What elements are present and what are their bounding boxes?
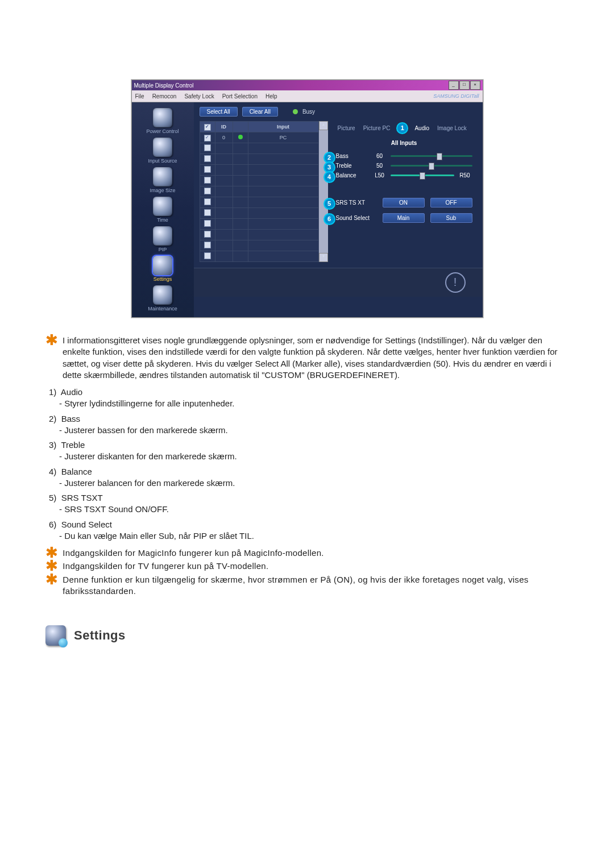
close-icon[interactable]: × <box>470 81 480 90</box>
list-item-desc: - Styrer lydindstillingerne for alle inp… <box>59 398 569 409</box>
sidebar-item-power-control[interactable]: Power Control <box>136 108 190 134</box>
alert-icon: ! <box>445 272 466 293</box>
checkbox-icon[interactable] <box>204 188 211 194</box>
titlebar: Multiple Display Control _ □ × <box>132 80 483 90</box>
status-bar: ! <box>194 268 483 297</box>
bass-label: Bass <box>336 153 369 159</box>
sidebar-item-image-size[interactable]: Image Size <box>136 167 190 193</box>
balance-label: Balance <box>336 172 369 178</box>
treble-slider[interactable] <box>391 165 472 167</box>
menu-file[interactable]: File <box>135 93 144 99</box>
document-body: ✱ I informationsgitteret vises nogle gru… <box>45 335 569 646</box>
minimize-icon[interactable]: _ <box>449 81 459 90</box>
cell-id <box>215 154 233 165</box>
checkbox-icon[interactable] <box>204 198 211 205</box>
menu-help[interactable]: Help <box>265 93 277 99</box>
srs-on-button[interactable]: ON <box>383 198 425 207</box>
tab-picture[interactable]: Picture <box>336 124 357 132</box>
sound-main-button[interactable]: Main <box>383 213 425 223</box>
sidebar-item-settings[interactable]: Settings <box>136 256 190 282</box>
table-row[interactable] <box>200 165 318 176</box>
checkbox-icon[interactable] <box>204 166 211 173</box>
bass-row: 2 Bass 60 <box>336 153 472 159</box>
tab-picture-pc[interactable]: Picture PC <box>362 124 392 132</box>
balance-right: R50 <box>458 172 472 178</box>
table-row[interactable] <box>200 219 318 230</box>
intro-paragraph: I informationsgitteret vises nogle grund… <box>63 335 569 381</box>
checkbox-icon[interactable] <box>204 135 211 142</box>
cell-id <box>215 176 233 186</box>
scroll-down-icon[interactable]: ▾ <box>319 253 328 262</box>
table-row[interactable] <box>200 143 318 154</box>
busy-label: Busy <box>302 109 315 115</box>
sidebar-item-label: Time <box>136 217 190 223</box>
cell-input <box>248 208 318 219</box>
sidebar-item-pip[interactable]: PIP <box>136 226 190 252</box>
grid-scrollbar[interactable]: ▴ ▾ <box>319 121 328 262</box>
app-title: Multiple Display Control <box>134 82 194 89</box>
table-row[interactable] <box>200 208 318 219</box>
treble-row: 3 Treble 50 <box>336 163 472 169</box>
select-all-button[interactable]: Select All <box>200 107 238 117</box>
table-row[interactable] <box>200 154 318 165</box>
cell-input <box>248 176 318 186</box>
menu-remocon[interactable]: Remocon <box>152 93 177 99</box>
table-row[interactable] <box>200 251 318 262</box>
list-item: 1) Audio- Styrer lydindstillingerne for … <box>49 387 569 410</box>
cell-id <box>215 143 233 154</box>
table-row[interactable] <box>200 176 318 186</box>
sidebar-icon <box>153 138 172 157</box>
maximize-icon[interactable]: □ <box>459 81 470 90</box>
list-item: 2) Bass- Justerer bassen for den markere… <box>49 413 569 437</box>
tab-audio[interactable]: Audio <box>413 124 431 132</box>
treble-value: 50 <box>372 163 387 169</box>
cell-input <box>248 219 318 230</box>
clear-all-button[interactable]: Clear All <box>242 107 278 117</box>
sidebar-item-label: PIP <box>136 247 190 252</box>
sound-sub-button[interactable]: Sub <box>430 213 472 223</box>
cell-id: 0 <box>215 132 233 143</box>
checkbox-icon[interactable] <box>204 252 211 259</box>
checkbox-icon[interactable] <box>204 209 211 216</box>
table-row[interactable] <box>200 240 318 251</box>
numbered-list: 1) Audio- Styrer lydindstillingerne for … <box>49 387 569 542</box>
checkbox-icon[interactable] <box>204 177 211 184</box>
sidebar-icon <box>153 226 172 246</box>
cell-input <box>248 197 318 208</box>
sidebar-item-time[interactable]: Time <box>136 197 190 223</box>
table-row[interactable] <box>200 186 318 197</box>
sidebar-item-input-source[interactable]: Input Source <box>136 138 190 164</box>
treble-label: Treble <box>336 163 369 169</box>
sidebar-icon <box>153 167 172 186</box>
scroll-up-icon[interactable]: ▴ <box>319 121 328 130</box>
table-row[interactable] <box>200 197 318 208</box>
sound-select-label: Sound Select <box>336 215 377 221</box>
action-toolbar: Select All Clear All Busy <box>194 102 483 121</box>
srs-off-button[interactable]: OFF <box>430 198 472 207</box>
menu-safety-lock[interactable]: Safety Lock <box>184 93 214 99</box>
checkbox-icon[interactable] <box>204 220 211 227</box>
display-grid: IDInput0PC <box>200 121 319 262</box>
menu-port-selection[interactable]: Port Selection <box>222 93 258 99</box>
checkbox-icon[interactable] <box>204 231 211 238</box>
sidebar-item-label: Image Size <box>136 188 190 193</box>
cell-input <box>248 165 318 176</box>
bass-slider[interactable] <box>391 155 472 157</box>
balance-left: L50 <box>372 172 387 178</box>
status-dot-icon <box>238 135 243 139</box>
tab-image-lock[interactable]: Image Lock <box>435 124 468 132</box>
checkbox-icon[interactable] <box>204 155 211 162</box>
brand-logo: SAMSUNG DIGITall <box>433 93 479 99</box>
table-row[interactable] <box>200 230 318 240</box>
callout-1-icon: 1 <box>396 122 408 134</box>
balance-slider[interactable] <box>391 175 454 176</box>
cell-id <box>215 197 233 208</box>
checkbox-icon[interactable] <box>204 124 211 131</box>
checkbox-icon[interactable] <box>204 242 211 248</box>
list-item-desc: - Justerer bassen for den markerede skær… <box>59 425 569 436</box>
sidebar-item-maintenance[interactable]: Maintenance <box>136 285 190 312</box>
list-item: 4) Balance- Justerer balancen for den ma… <box>49 466 569 489</box>
checkbox-icon[interactable] <box>204 144 211 151</box>
sidebar-item-label: Maintenance <box>136 306 190 312</box>
table-row[interactable]: 0PC <box>200 132 318 143</box>
